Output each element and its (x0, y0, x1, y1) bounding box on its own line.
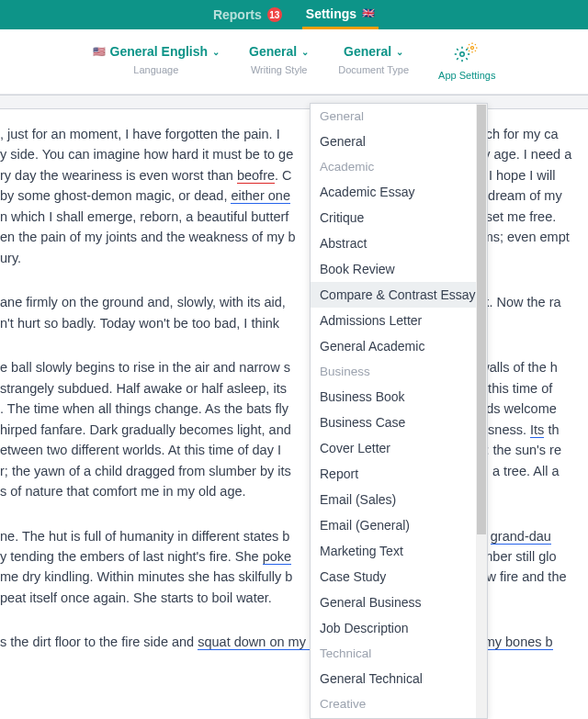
tab-settings-label: Settings (306, 6, 356, 21)
dropdown-option[interactable]: Abstract (311, 230, 487, 256)
gear-icon (454, 44, 480, 64)
paragraph[interactable]: , just for an moment, I have forgotten t… (0, 124, 588, 268)
app-settings-label: App Settings (438, 70, 495, 81)
dropdown-option[interactable]: General (311, 129, 487, 154)
dropdown-option[interactable]: Business Case (311, 410, 487, 435)
dropdown-option[interactable]: Business Book (311, 384, 487, 410)
top-nav-bar: Reports 13 Settings 🇬🇧 (0, 0, 588, 29)
dropdown-option[interactable]: General Academic (311, 333, 487, 359)
document-type-label: Document Type (338, 64, 409, 75)
settings-sub-bar: 🇺🇸 General English ⌄ Language General ⌄ … (0, 29, 588, 95)
dropdown-group-header: Creative (311, 691, 487, 716)
dropdown-option[interactable]: Critique (311, 205, 487, 230)
svg-point-1 (471, 47, 474, 50)
spelling-error[interactable]: beofre (237, 168, 275, 184)
dropdown-option[interactable]: Compare & Contrast Essay (311, 282, 487, 308)
language-value: General English (110, 44, 209, 59)
svg-point-0 (460, 52, 465, 57)
grammar-suggestion[interactable]: Its (530, 422, 544, 438)
grammar-suggestion[interactable]: poke (263, 549, 291, 565)
dropdown-list[interactable]: GeneralGeneralAcademicAcademic EssayCrit… (311, 104, 487, 719)
content-gap (0, 95, 588, 109)
paragraph[interactable]: s the dirt floor to the fire side and sq… (0, 632, 588, 652)
chevron-down-icon: ⌄ (212, 47, 220, 57)
us-flag-icon: 🇺🇸 (93, 46, 106, 58)
grammar-suggestion[interactable]: either one (231, 188, 290, 204)
paragraph[interactable]: e ball slowly begins to rise in the air … (0, 357, 588, 501)
dropdown-option[interactable]: General Technical (311, 666, 487, 691)
grammar-suggestion[interactable]: grand-dau (491, 529, 551, 545)
scrollbar[interactable] (477, 105, 486, 534)
dropdown-option[interactable]: Cover Letter (311, 435, 487, 461)
document-body[interactable]: , just for an moment, I have forgotten t… (0, 109, 588, 653)
dropdown-option[interactable]: Job Description (311, 615, 487, 641)
paragraph[interactable]: ane firmly on the ground and, slowly, wi… (0, 292, 588, 333)
chevron-down-icon: ⌄ (396, 47, 403, 57)
tab-settings[interactable]: Settings 🇬🇧 (302, 0, 379, 29)
uk-flag-icon: 🇬🇧 (362, 7, 375, 19)
dropdown-option[interactable]: Email (Sales) (311, 487, 487, 512)
dropdown-option[interactable]: Report (311, 461, 487, 487)
dropdown-option[interactable]: Book Review (311, 256, 487, 282)
language-selector[interactable]: 🇺🇸 General English ⌄ Language (93, 44, 220, 81)
dropdown-option[interactable]: General Business (311, 590, 487, 615)
writing-style-selector[interactable]: General ⌄ Writing Style (249, 44, 309, 81)
reports-badge: 13 (267, 7, 282, 22)
tab-reports[interactable]: Reports 13 (209, 0, 286, 29)
dropdown-option[interactable]: Admissions Letter (311, 308, 487, 333)
writing-style-label: Writing Style (249, 64, 309, 75)
dropdown-option[interactable]: Email (General) (311, 512, 487, 538)
document-type-dropdown: GeneralGeneralAcademicAcademic EssayCrit… (310, 103, 488, 719)
app-settings[interactable]: App Settings (438, 44, 495, 81)
dropdown-group-header: Business (311, 359, 487, 384)
dropdown-group-header: Technical (311, 641, 487, 666)
tab-reports-label: Reports (213, 7, 262, 22)
document-type-selector[interactable]: General ⌄ Document Type (338, 44, 409, 81)
writing-style-value: General (249, 44, 297, 59)
dropdown-group-header: Academic (311, 154, 487, 179)
document-type-value: General (344, 44, 391, 59)
dropdown-option[interactable]: Case Study (311, 564, 487, 590)
dropdown-option[interactable]: Academic Essay (311, 179, 487, 205)
paragraph[interactable]: ne. The hut is full of humanity in diffe… (0, 526, 588, 609)
dropdown-option[interactable]: Marketing Text (311, 538, 487, 564)
language-label: Language (93, 64, 220, 75)
dropdown-group-header: General (311, 104, 487, 129)
chevron-down-icon: ⌄ (301, 47, 309, 57)
